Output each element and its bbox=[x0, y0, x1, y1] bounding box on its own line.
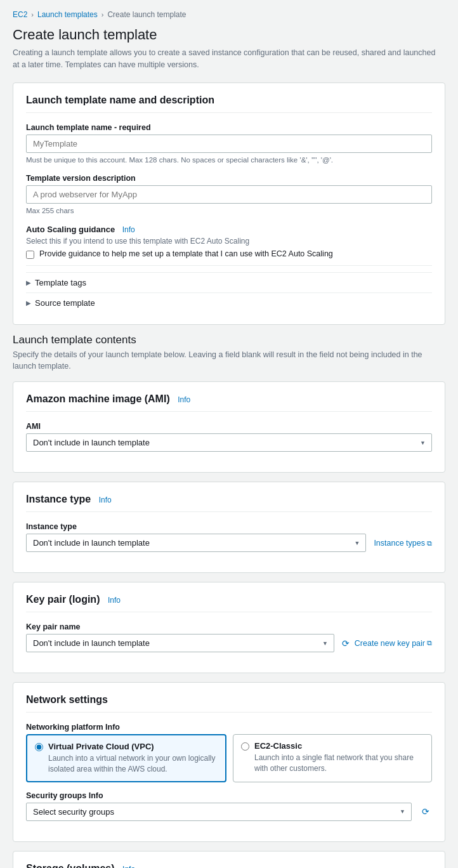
ami-title: Amazon machine image (AMI) Info bbox=[26, 393, 432, 412]
key-pair-refresh-button[interactable]: ⟳ bbox=[339, 635, 352, 652]
template-version-input[interactable] bbox=[26, 185, 432, 204]
ec2-classic-option-desc: Launch into a single flat network that y… bbox=[254, 753, 424, 774]
ami-select-wrapper: Don't include in launch template bbox=[26, 433, 432, 452]
ec2-classic-radio[interactable] bbox=[241, 742, 249, 751]
ami-info-link[interactable]: Info bbox=[178, 395, 190, 404]
external-link-icon: ⧉ bbox=[427, 539, 432, 548]
storage-card: Storage (volumes) Info No volume details… bbox=[13, 851, 445, 868]
source-template-row[interactable]: ▶ Source template bbox=[26, 293, 432, 313]
page-description: Creating a launch template allows you to… bbox=[13, 47, 444, 71]
auto-scaling-info-link[interactable]: Info bbox=[122, 225, 135, 234]
instance-type-select-wrapper: Don't include in launch template bbox=[26, 534, 366, 552]
contents-section-description: Specify the details of your launch templ… bbox=[13, 349, 445, 373]
auto-scaling-label: Auto Scaling guidance bbox=[26, 225, 115, 234]
create-key-pair-link[interactable]: Create new key pair ⧉ bbox=[355, 639, 432, 648]
instance-type-select[interactable]: Don't include in launch template bbox=[26, 534, 366, 552]
source-template-arrow: ▶ bbox=[26, 299, 31, 306]
template-name-label: Launch template name - required bbox=[26, 123, 432, 132]
auto-scaling-desc: Select this if you intend to use this te… bbox=[26, 237, 432, 246]
ami-select[interactable]: Don't include in launch template bbox=[26, 433, 432, 452]
auto-scaling-section: Auto Scaling guidance Info Select this i… bbox=[26, 225, 432, 259]
security-groups-info-link[interactable]: Info bbox=[89, 791, 103, 800]
key-pair-select[interactable]: Don't include in launch template bbox=[26, 634, 334, 652]
instance-type-group: Instance type Don't include in launch te… bbox=[26, 522, 432, 552]
breadcrumb-sep-2: › bbox=[101, 11, 104, 18]
name-description-title: Launch template name and description bbox=[26, 95, 432, 113]
network-settings-card: Network settings Networking platform Inf… bbox=[13, 682, 445, 842]
template-name-hint: Must be unique to this account. Max 128 … bbox=[26, 155, 432, 165]
networking-platform-label: Networking platform Info bbox=[26, 723, 432, 732]
instance-type-title: Instance type Info bbox=[26, 494, 432, 512]
key-pair-title: Key pair (login) Info bbox=[26, 594, 432, 612]
instance-types-link[interactable]: Instance types ⧉ bbox=[374, 539, 432, 548]
name-description-card: Launch template name and description Lau… bbox=[13, 82, 445, 325]
template-version-hint: Max 255 chars bbox=[26, 206, 432, 216]
security-groups-group: Security groups Info Select security gro… bbox=[26, 791, 432, 821]
ami-group: AMI Don't include in launch template bbox=[26, 422, 432, 452]
storage-title: Storage (volumes) Info bbox=[26, 863, 432, 868]
vpc-option[interactable]: Virtual Private Cloud (VPC) Launch into … bbox=[26, 734, 226, 782]
ami-card: Amazon machine image (AMI) Info AMI Don'… bbox=[13, 381, 445, 473]
network-settings-title: Network settings bbox=[26, 694, 432, 713]
auto-scaling-checkbox-label: Provide guidance to help me set up a tem… bbox=[39, 249, 333, 258]
breadcrumb: EC2 › Launch templates › Create launch t… bbox=[13, 10, 445, 19]
key-pair-row: Don't include in launch template ⟳ Creat… bbox=[26, 634, 432, 652]
networking-platform-info-link[interactable]: Info bbox=[105, 723, 120, 732]
security-groups-refresh-button[interactable]: ⟳ bbox=[419, 803, 432, 820]
key-pair-group: Key pair name Don't include in launch te… bbox=[26, 622, 432, 652]
create-key-pair-icon: ⧉ bbox=[427, 639, 432, 647]
breadcrumb-sep-1: › bbox=[31, 11, 34, 18]
template-tags-label: Template tags bbox=[35, 278, 86, 287]
auto-scaling-checkbox[interactable] bbox=[26, 251, 34, 259]
network-options: Virtual Private Cloud (VPC) Launch into … bbox=[26, 734, 432, 782]
instance-type-row: Don't include in launch template Instanc… bbox=[26, 534, 432, 552]
template-tags-arrow: ▶ bbox=[26, 279, 31, 286]
security-groups-select[interactable]: Select security groups bbox=[26, 803, 412, 821]
template-version-group: Template version description Max 255 cha… bbox=[26, 174, 432, 216]
instance-type-info-link[interactable]: Info bbox=[99, 496, 112, 504]
template-version-label: Template version description bbox=[26, 174, 432, 183]
ec2-classic-option[interactable]: EC2-Classic Launch into a single flat ne… bbox=[233, 734, 432, 782]
security-groups-row: Select security groups ⟳ bbox=[26, 803, 432, 821]
template-tags-row[interactable]: ▶ Template tags bbox=[26, 272, 432, 293]
breadcrumb-current: Create launch template bbox=[107, 10, 186, 19]
key-pair-info-link[interactable]: Info bbox=[108, 596, 121, 605]
key-pair-label: Key pair name bbox=[26, 622, 432, 631]
contents-section-heading: Launch template contents bbox=[13, 334, 445, 346]
security-groups-label: Security groups Info bbox=[26, 791, 432, 800]
instance-type-label: Instance type bbox=[26, 522, 432, 531]
ec2-classic-option-title: EC2-Classic bbox=[254, 741, 424, 751]
page-title: Create launch template bbox=[13, 27, 445, 43]
source-template-label: Source template bbox=[35, 298, 95, 308]
key-pair-card: Key pair (login) Info Key pair name Don'… bbox=[13, 582, 445, 673]
vpc-option-title: Virtual Private Cloud (VPC) bbox=[48, 742, 218, 751]
breadcrumb-launch-templates[interactable]: Launch templates bbox=[37, 10, 98, 19]
ec2-classic-option-text: EC2-Classic Launch into a single flat ne… bbox=[254, 741, 424, 774]
breadcrumb-ec2[interactable]: EC2 bbox=[13, 10, 27, 19]
template-name-input[interactable] bbox=[26, 135, 432, 153]
vpc-radio[interactable] bbox=[35, 743, 43, 751]
vpc-option-desc: Launch into a virtual network in your ow… bbox=[48, 753, 218, 775]
networking-platform-group: Networking platform Info Virtual Private… bbox=[26, 723, 432, 782]
storage-info-link[interactable]: Info bbox=[122, 865, 135, 868]
auto-scaling-checkbox-row: Provide guidance to help me set up a tem… bbox=[26, 249, 432, 259]
key-pair-actions: ⟳ Create new key pair ⧉ bbox=[339, 635, 432, 652]
instance-type-card: Instance type Info Instance type Don't i… bbox=[13, 482, 445, 573]
security-groups-select-wrapper: Select security groups bbox=[26, 803, 412, 821]
ami-label: AMI bbox=[26, 422, 432, 431]
template-name-group: Launch template name - required Must be … bbox=[26, 123, 432, 165]
key-pair-select-wrapper: Don't include in launch template bbox=[26, 634, 334, 652]
vpc-option-text: Virtual Private Cloud (VPC) Launch into … bbox=[48, 742, 218, 775]
